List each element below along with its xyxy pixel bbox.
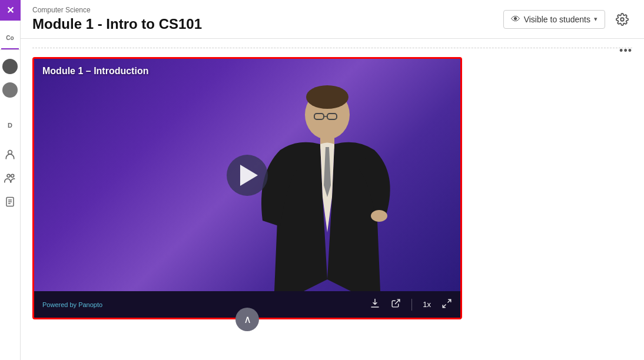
download-button[interactable] — [370, 298, 380, 311]
sidebar-item-doc[interactable] — [0, 190, 21, 214]
sidebar-nav: Co D — [0, 21, 20, 214]
svg-line-15 — [395, 299, 400, 304]
sidebar-item-people[interactable] — [0, 166, 21, 190]
play-triangle-icon — [240, 165, 258, 186]
gear-icon — [616, 13, 629, 26]
divider — [32, 48, 632, 48]
video-thumbnail: Module 1 – Introduction — [34, 59, 460, 291]
visible-btn-label: Visible to students — [524, 15, 590, 24]
panopto-brand: Panopto — [78, 301, 102, 308]
video-action-controls: 1x — [370, 298, 452, 311]
fullscreen-icon — [441, 298, 452, 309]
svg-point-0 — [8, 151, 12, 155]
sidebar-d-label: D — [8, 122, 12, 129]
svg-point-14 — [371, 210, 387, 222]
scroll-up-arrow-icon: ∧ — [244, 314, 251, 325]
content-area: ••• Module 1 – Introduction — [21, 39, 644, 360]
external-link-button[interactable] — [391, 298, 401, 311]
sidebar-item-co[interactable]: Co — [0, 26, 20, 50]
page-title: Module 1 - Intro to CS101 — [32, 16, 202, 32]
content-main: ••• Module 1 – Introduction — [21, 39, 644, 360]
play-button[interactable] — [227, 155, 268, 196]
close-icon: ✕ — [6, 5, 14, 16]
breadcrumb: Computer Science — [32, 6, 202, 14]
person-icon — [4, 149, 16, 161]
document-icon — [5, 196, 15, 208]
controls-divider — [411, 299, 412, 311]
fullscreen-button[interactable] — [441, 298, 452, 311]
svg-point-1 — [7, 174, 10, 177]
dropdown-arrow-icon: ▾ — [594, 15, 597, 23]
svg-point-12 — [306, 85, 348, 109]
header-right: 👁 Visible to students ▾ — [503, 9, 632, 29]
avatar-icon — [2, 59, 18, 74]
video-title-overlay: Module 1 – Introduction — [42, 66, 148, 76]
sidebar-item-person[interactable] — [0, 143, 21, 166]
main-content: Computer Science Module 1 - Intro to CS1… — [21, 0, 644, 360]
scroll-up-button[interactable]: ∧ — [235, 308, 259, 331]
svg-point-7 — [620, 18, 624, 21]
sidebar: ✕ Co D — [0, 0, 21, 360]
avatar-icon-2 — [2, 82, 18, 98]
eye-icon: 👁 — [511, 14, 520, 25]
more-options-button[interactable]: ••• — [619, 45, 632, 57]
header-left: Computer Science Module 1 - Intro to CS1… — [32, 6, 202, 32]
visible-to-students-button[interactable]: 👁 Visible to students ▾ — [503, 10, 605, 29]
svg-line-17 — [443, 304, 446, 307]
external-link-icon — [391, 298, 401, 308]
sidebar-co-label: Co — [6, 35, 14, 41]
people-icon — [4, 172, 16, 184]
header: Computer Science Module 1 - Intro to CS1… — [21, 0, 644, 39]
svg-line-16 — [448, 299, 451, 302]
sidebar-item-2[interactable] — [0, 78, 21, 102]
settings-gear-button[interactable] — [612, 9, 632, 29]
sidebar-item-1[interactable] — [0, 55, 21, 78]
close-button[interactable]: ✕ — [0, 0, 21, 21]
panopto-label: Powered by Panopto — [42, 301, 102, 308]
download-icon — [370, 298, 380, 309]
sidebar-item-d[interactable]: D — [0, 114, 21, 137]
video-player[interactable]: Module 1 – Introduction — [32, 57, 462, 319]
speed-button[interactable]: 1x — [423, 300, 431, 309]
svg-point-2 — [11, 174, 14, 177]
